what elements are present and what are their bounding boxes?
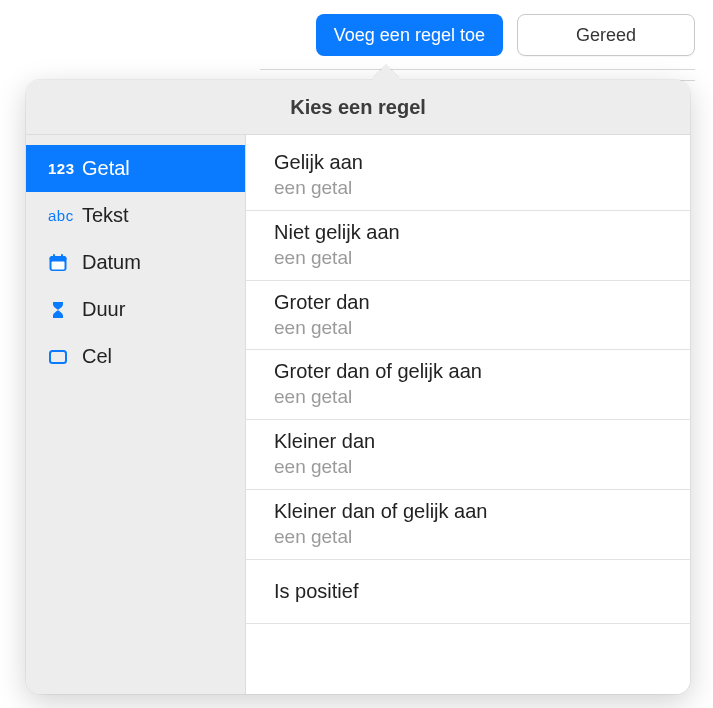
sidebar-item-number[interactable]: 123 Getal: [26, 145, 245, 192]
sidebar-item-label: Tekst: [82, 204, 129, 227]
rule-option-title: Kleiner dan: [274, 428, 662, 455]
popover-body: 123 Getal abc Tekst Datum Duur: [26, 135, 690, 694]
rule-option-subtitle: een getal: [274, 316, 662, 340]
svg-rect-3: [53, 254, 55, 258]
done-button[interactable]: Gereed: [517, 14, 695, 56]
rule-option-title: Gelijk aan: [274, 149, 662, 176]
hourglass-icon: [48, 300, 82, 320]
rule-option-subtitle: een getal: [274, 176, 662, 200]
svg-rect-2: [52, 261, 65, 269]
sidebar-item-date[interactable]: Datum: [26, 239, 245, 286]
text-icon: abc: [48, 207, 82, 224]
sidebar-item-text[interactable]: abc Tekst: [26, 192, 245, 239]
rule-option-subtitle: een getal: [274, 385, 662, 409]
sidebar-item-cell[interactable]: Cel: [26, 333, 245, 380]
rule-option-subtitle: een getal: [274, 246, 662, 270]
svg-rect-1: [50, 256, 67, 261]
sidebar-item-label: Getal: [82, 157, 130, 180]
rule-option-not-equal[interactable]: Niet gelijk aan een getal: [246, 211, 690, 281]
sidebar-item-duration[interactable]: Duur: [26, 286, 245, 333]
rule-option-title: Niet gelijk aan: [274, 219, 662, 246]
calendar-icon: [48, 253, 82, 273]
rule-category-sidebar: 123 Getal abc Tekst Datum Duur: [26, 135, 246, 694]
sidebar-item-label: Datum: [82, 251, 141, 274]
rule-popover: Kies een regel 123 Getal abc Tekst Datum: [26, 80, 690, 694]
cell-icon: [48, 347, 82, 367]
number-icon: 123: [48, 160, 82, 177]
rule-option-less-or-equal[interactable]: Kleiner dan of gelijk aan een getal: [246, 490, 690, 560]
rule-option-equal[interactable]: Gelijk aan een getal: [246, 141, 690, 211]
rule-options-list[interactable]: Gelijk aan een getal Niet gelijk aan een…: [246, 135, 690, 694]
add-rule-button[interactable]: Voeg een regel toe: [316, 14, 503, 56]
divider: [260, 69, 695, 70]
rule-option-title: Is positief: [274, 578, 662, 605]
toolbar: Voeg een regel toe Gereed: [316, 14, 695, 56]
rule-option-title: Groter dan: [274, 289, 662, 316]
popover-title: Kies een regel: [26, 80, 690, 135]
rule-option-greater-than[interactable]: Groter dan een getal: [246, 281, 690, 351]
popover-arrow: [373, 62, 399, 80]
rule-option-is-positive[interactable]: Is positief: [246, 560, 690, 624]
sidebar-item-label: Cel: [82, 345, 112, 368]
svg-rect-4: [61, 254, 63, 258]
rule-option-title: Groter dan of gelijk aan: [274, 358, 662, 385]
done-label: Gereed: [576, 25, 636, 46]
rule-option-subtitle: een getal: [274, 455, 662, 479]
rule-option-less-than[interactable]: Kleiner dan een getal: [246, 420, 690, 490]
rule-option-greater-or-equal[interactable]: Groter dan of gelijk aan een getal: [246, 350, 690, 420]
rule-option-title: Kleiner dan of gelijk aan: [274, 498, 662, 525]
sidebar-item-label: Duur: [82, 298, 125, 321]
rule-option-subtitle: een getal: [274, 525, 662, 549]
add-rule-label: Voeg een regel toe: [334, 25, 485, 46]
svg-rect-5: [50, 351, 66, 363]
